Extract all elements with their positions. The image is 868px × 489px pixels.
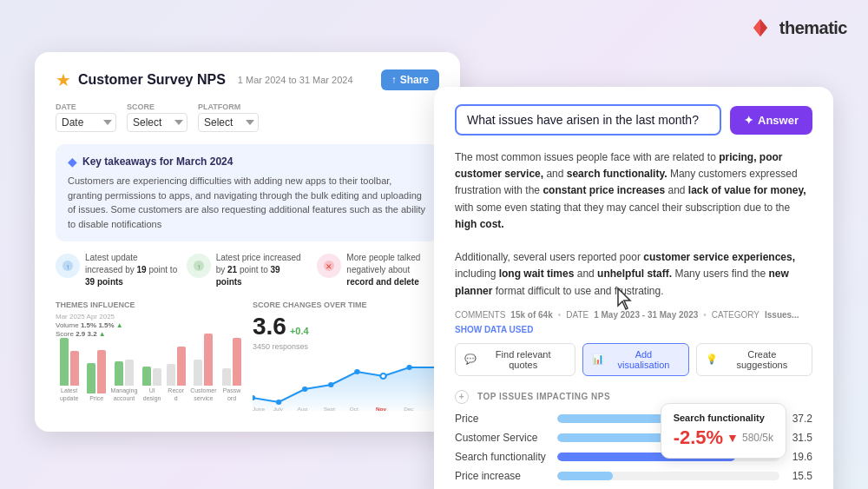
- bar-chart: Latest update Price Managing account: [56, 341, 242, 402]
- stats-row: ↑ Latest update increased by 19 point to…: [56, 252, 439, 288]
- issue-bar-fill-3: [557, 472, 613, 480]
- tooltip-value-text: -2.5%: [674, 426, 723, 449]
- meta-category-label: CATEGORY: [712, 310, 760, 320]
- ai-question-input[interactable]: [455, 104, 721, 135]
- date-filter-select[interactable]: Date: [56, 113, 116, 132]
- stat-text-1: Latest price increased by 21 point to 39…: [216, 252, 309, 288]
- takeaways-box: ◆ Key takeaways for March 2024 Customers…: [56, 144, 439, 241]
- top-issues-title: TOP ISSUES IMPACTING NPS: [477, 392, 610, 401]
- find-quotes-label: Find relevant quotes: [480, 349, 566, 370]
- sparkle-icon: ✦: [744, 114, 753, 127]
- meta-dot-2: •: [703, 310, 707, 320]
- issue-row-3: Price increase 15.5: [455, 470, 812, 482]
- create-suggestions-label: Create suggestions: [721, 349, 803, 370]
- card-header: ★ Customer Survey NPS 1 Mar 2024 to 31 M…: [56, 69, 439, 90]
- show-data-link[interactable]: SHOW DATA USED: [455, 325, 533, 334]
- card-title-group: ★ Customer Survey NPS 1 Mar 2024 to 31 M…: [56, 69, 353, 90]
- right-card: ✦ Answer The most common issues people f…: [434, 87, 833, 489]
- takeaways-text: Customers are experiencing difficulties …: [68, 174, 427, 231]
- bar-group-4: Record: [167, 347, 186, 402]
- takeaways-header: ◆ Key takeaways for March 2024: [68, 155, 427, 169]
- issue-value-2: 19.6: [786, 451, 812, 463]
- suggestions-icon: 💡: [706, 354, 718, 365]
- themes-title: THEMES INFLUENCE: [56, 301, 242, 309]
- create-suggestions-button[interactable]: 💡 Create suggestions: [696, 343, 812, 376]
- bar-label-0: Latest update: [56, 387, 82, 402]
- score-line-chart: June July Aug Sept Oct Nov Dec: [253, 354, 439, 411]
- svg-text:Dec: Dec: [404, 406, 413, 411]
- bar-label-2: Managing account: [110, 387, 137, 402]
- svg-text:Aug: Aug: [298, 406, 308, 411]
- svg-point-8: [302, 387, 307, 392]
- score-title: SCORE CHANGES OVER TIME: [253, 301, 439, 309]
- find-quotes-button[interactable]: 💬 Find relevant quotes: [455, 343, 575, 376]
- score-chart: SCORE CHANGES OVER TIME 3.6 +0.4 3450 re…: [253, 301, 439, 414]
- issue-value-0: 37.2: [786, 413, 812, 425]
- diamond-icon: ◆: [68, 155, 77, 169]
- svg-point-11: [380, 373, 385, 379]
- star-icon: ★: [56, 69, 71, 90]
- share-icon: ↑: [391, 74, 397, 86]
- bar-label-4: Record: [167, 387, 186, 402]
- issue-bar-fill-1: [557, 433, 673, 442]
- add-visualisation-button[interactable]: 📊 Add visualisation: [582, 343, 688, 376]
- bar-group-3: UI design: [142, 367, 162, 402]
- filters-row: DATE Date SCORE Select PLATFORM Select: [56, 102, 439, 132]
- ai-question-row: ✦ Answer: [455, 104, 812, 135]
- issue-name-2: Search functionality: [455, 451, 550, 463]
- svg-point-9: [328, 382, 333, 387]
- svg-text:Sept: Sept: [324, 406, 336, 411]
- platform-filter-select[interactable]: Select: [198, 113, 259, 132]
- svg-point-10: [354, 369, 359, 374]
- takeaways-title: Key takeaways for March 2024: [82, 155, 233, 168]
- meta-comments-label: COMMENTS: [455, 310, 505, 320]
- tooltip-sub: 580/5k: [742, 432, 773, 444]
- stat-item-1: ↑ Latest price increased by 21 point to …: [187, 252, 309, 288]
- platform-filter-label: PLATFORM: [198, 102, 259, 111]
- meta-comments-val: 15k of 64k: [510, 310, 552, 320]
- stat-text-2: More people talked negatively about reco…: [346, 252, 439, 288]
- bar-group-5: Customer service: [190, 334, 217, 402]
- svg-text:June: June: [253, 406, 266, 411]
- top-issues-section: + TOP ISSUES IMPACTING NPS Price 37.2 Cu…: [455, 390, 812, 482]
- bar-label-5: Customer service: [190, 387, 217, 402]
- svg-point-7: [276, 400, 281, 405]
- bar-label-1: Price: [89, 395, 103, 402]
- charts-row: THEMES INFLUENCE Mar 2025 Apr 2025 Volum…: [56, 301, 439, 414]
- bar-group-2: Managing account: [110, 360, 137, 402]
- meta-date-label: DATE: [566, 310, 589, 320]
- svg-text:↑: ↑: [197, 263, 201, 271]
- stat-item-2: ✕ More people talked negatively about re…: [317, 252, 439, 288]
- action-buttons: 💬 Find relevant quotes 📊 Add visualisati…: [455, 343, 812, 376]
- issue-name-3: Price increase: [455, 470, 550, 482]
- viz-icon: 📊: [592, 354, 604, 365]
- stat-icon-update: ↑: [56, 254, 80, 278]
- answer-button[interactable]: ✦ Answer: [730, 106, 812, 135]
- score-change: +0.4: [290, 326, 309, 336]
- issue-name-0: Price: [455, 413, 550, 425]
- stat-icon-price: ↑: [187, 254, 211, 278]
- svg-text:Nov: Nov: [376, 406, 387, 411]
- date-filter-group: DATE Date: [56, 102, 116, 132]
- meta-date-val: 1 May 2023 - 31 May 2023: [594, 310, 698, 320]
- issue-value-3: 15.5: [786, 470, 812, 482]
- score-filter-select[interactable]: Select: [127, 113, 187, 132]
- score-responses: 3450 responses: [253, 342, 439, 351]
- stat-icon-record: ✕: [317, 254, 341, 278]
- svg-text:↑: ↑: [66, 263, 69, 271]
- platform-filter-group: PLATFORM Select: [198, 102, 259, 132]
- date-filter-label: DATE: [56, 102, 116, 111]
- logo: thematic: [748, 16, 847, 40]
- share-label: Share: [400, 74, 429, 86]
- score-filter-label: SCORE: [127, 102, 187, 111]
- card-title: Customer Survey NPS: [78, 72, 226, 88]
- themes-chart: THEMES INFLUENCE Mar 2025 Apr 2025 Volum…: [56, 301, 242, 414]
- section-plus-icon: +: [455, 390, 469, 404]
- issue-value-1: 31.5: [786, 432, 812, 444]
- meta-category-val: Issues...: [765, 310, 799, 320]
- tooltip-box: Search functionality -2.5% ▼ 580/5k: [661, 403, 786, 459]
- tooltip-down-arrow: ▼: [727, 431, 739, 445]
- share-button[interactable]: ↑ Share: [381, 69, 439, 90]
- issue-name-1: Customer Service: [455, 432, 550, 444]
- add-viz-label: Add visualisation: [608, 349, 679, 370]
